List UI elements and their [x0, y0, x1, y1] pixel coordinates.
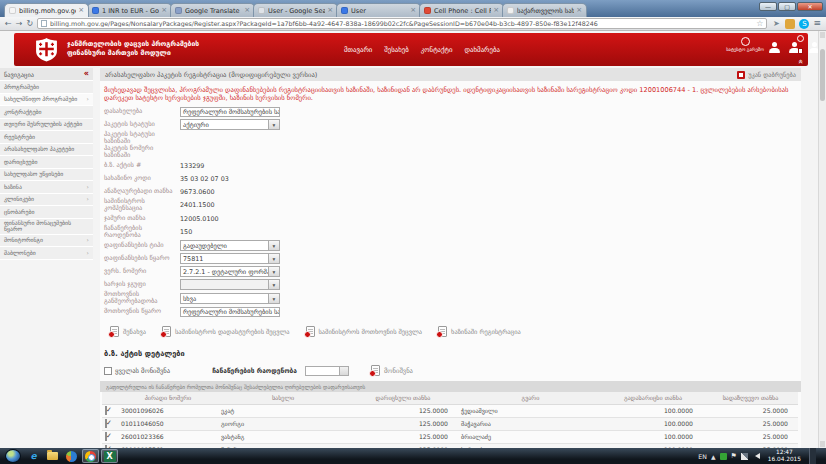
refresh-icon[interactable] — [797, 35, 804, 42]
sidebar-item[interactable]: სახელფასო უწყისები — [0, 169, 93, 182]
scroll-down-icon[interactable] — [820, 441, 825, 447]
field-control[interactable]: 150 — [180, 228, 280, 236]
header-nav-link[interactable]: დახმარება — [465, 46, 500, 54]
field-label: ვერს. ნომერი — [104, 268, 180, 275]
sidebar-item[interactable]: შაბლონები › — [0, 247, 93, 260]
scrollbar-thumb[interactable] — [820, 49, 825, 101]
action-button[interactable]: ხაზინაში რეგისტრაცია — [438, 326, 521, 337]
action-buttons: შენახვა სამინისტროს დადასტურების შეცვლა … — [110, 326, 801, 337]
sidebar-collapse-icon[interactable]: « — [84, 70, 89, 78]
action-button[interactable]: სამინისტროს მოთხოვნის შეცვლა — [306, 326, 423, 337]
field-control[interactable]: რეფერალური მომსახურების სახელმწიფო პროგრ… — [180, 307, 280, 317]
field-control[interactable]: 75811 — [180, 253, 280, 264]
field-control[interactable]: სხვა — [180, 293, 280, 304]
field-control[interactable]: რეფერალური მომსახურების სახელმწიფო პროგრ… — [180, 107, 280, 117]
field-control[interactable]: 133299 — [180, 162, 280, 170]
field-control[interactable]: 12005.0100 — [180, 215, 280, 223]
chevron-right-icon: › — [85, 250, 89, 257]
header-nav-link[interactable]: შესახებ — [384, 46, 409, 54]
test-environment-indicator[interactable]: სატესტო გარემო — [724, 37, 766, 52]
mark-button[interactable]: მონიშვნა — [371, 365, 413, 376]
sidebar-item[interactable]: კლინიკები › — [0, 194, 93, 207]
field-control[interactable] — [180, 279, 280, 290]
browser-tab[interactable]: Cell Phone : Cell Phones : … × — [419, 3, 504, 17]
media-player-icon[interactable] — [63, 449, 80, 463]
close-button[interactable]: ✕ — [797, 2, 823, 11]
record-count-input[interactable] — [305, 366, 349, 376]
field-control[interactable]: 9673.0600 — [180, 188, 280, 196]
chrome-menu-icon[interactable]: ≡ — [813, 19, 821, 28]
minimize-button[interactable]: — — [759, 2, 777, 11]
field-control[interactable]: გადაუდებელი — [180, 240, 280, 251]
show-desktop-button[interactable] — [809, 448, 816, 464]
sidebar-item[interactable]: ხაზინა › — [0, 181, 93, 194]
sidebar-item-label: კონტრაქტები — [4, 109, 42, 116]
field-control[interactable]: 2.7.2.1 - დეტალური ფორმატი — [180, 266, 280, 277]
user-group-icon[interactable] — [809, 42, 818, 53]
action-button[interactable]: შენახვა — [110, 326, 146, 337]
select-all-checkbox[interactable] — [104, 367, 112, 375]
user-icon[interactable] — [769, 42, 780, 53]
sidebar-item[interactable]: კონტრაქტები — [0, 106, 93, 119]
user-document-icon[interactable] — [789, 42, 800, 53]
bookmark-star-icon[interactable]: ☆ — [756, 19, 763, 28]
action-button[interactable]: სამინისტროს დადასტურების შეცვლა — [162, 326, 290, 337]
collapse-header-icon[interactable]: « — [796, 59, 805, 64]
action-center-flag-icon[interactable]: ⚑ — [731, 453, 737, 460]
tab-close-icon[interactable]: × — [493, 7, 499, 14]
tab-close-icon[interactable]: × — [576, 7, 582, 14]
sidebar-item[interactable]: ცნობარები — [0, 206, 93, 219]
chrome-icon[interactable] — [82, 449, 99, 463]
browser-tab[interactable]: User × — [336, 3, 421, 17]
back-icon[interactable]: ← — [5, 19, 12, 28]
tray-expand-icon[interactable]: ▲ — [711, 453, 716, 460]
start-button[interactable] — [5, 449, 21, 463]
language-indicator[interactable]: EN — [698, 453, 707, 460]
sidebar-item[interactable]: ფინანსური მონაცემების წყარო — [0, 219, 93, 235]
row-checkbox[interactable] — [105, 419, 107, 428]
field-control[interactable]: 35 03 02 07 03 — [180, 175, 280, 183]
tab-close-icon[interactable]: × — [78, 7, 84, 14]
browser-tab[interactable]: billing.moh.gov.ge/Page… × — [4, 3, 89, 17]
sidebar-item[interactable]: თვიური შესრულების აქტები — [0, 119, 93, 132]
windows-explorer-icon[interactable] — [44, 449, 61, 463]
tab-close-icon[interactable]: × — [410, 7, 416, 14]
header-nav-link[interactable]: კონტაქტი — [421, 46, 453, 54]
taskbar-clock[interactable]: 12:47 16.04.2015 — [764, 449, 801, 463]
maximize-button[interactable]: ▢ — [778, 2, 796, 11]
extension-icon[interactable] — [785, 19, 795, 29]
sidebar-item[interactable]: დარიცხვები — [0, 156, 93, 169]
volume-icon[interactable] — [752, 453, 760, 459]
forward-icon[interactable]: → — [16, 19, 23, 28]
excel-icon[interactable]: X — [101, 449, 118, 463]
browser-tab[interactable]: საქართველოს სახელმწ… × — [502, 3, 587, 17]
browser-tab[interactable]: Google Translate × — [170, 3, 255, 17]
skype-extension-icon[interactable]: S — [799, 19, 809, 29]
field-control[interactable]: 2401.1500 — [180, 201, 280, 209]
share-extension-icon[interactable]: ➤ — [771, 19, 781, 29]
back-link[interactable]: უკან დაბრუნება — [737, 71, 796, 79]
row-checkbox[interactable] — [105, 406, 107, 415]
page-scrollbar[interactable] — [818, 31, 826, 448]
field-control[interactable]: აქტიური — [180, 119, 280, 130]
sidebar-item[interactable]: არასახელფასო პაკეტები — [0, 144, 93, 157]
sidebar-item[interactable]: სახელმწიფო პროგრამები › — [0, 94, 93, 107]
network-icon[interactable] — [741, 453, 748, 460]
sidebar-item[interactable]: რეესტრები — [0, 131, 93, 144]
tab-close-icon[interactable]: × — [244, 7, 250, 14]
row-checkbox[interactable] — [105, 432, 107, 441]
reload-icon[interactable]: ↻ — [26, 19, 33, 28]
browser-tab[interactable]: User - Google Search × — [253, 3, 338, 17]
scroll-up-icon[interactable] — [820, 32, 825, 38]
browser-tab[interactable]: 1 INR to EUR - Google S… × — [87, 3, 172, 17]
field-label: ჩანაწერების რაოდენობა — [104, 225, 180, 239]
address-bar[interactable]: billing.moh.gov.ge/Pages/NonsalaryPackag… — [37, 18, 767, 29]
tab-close-icon[interactable]: × — [161, 7, 167, 14]
column-header: სახელი — [218, 392, 348, 404]
internet-explorer-icon[interactable]: e — [25, 449, 42, 463]
tab-close-icon[interactable]: × — [327, 7, 333, 14]
antivirus-tray-icon[interactable] — [720, 453, 727, 460]
sidebar-item[interactable]: პროგრამები — [0, 81, 93, 94]
sidebar-item[interactable]: მონიტორინგი › — [0, 235, 93, 248]
header-nav-link[interactable]: მთავარი — [344, 46, 372, 54]
